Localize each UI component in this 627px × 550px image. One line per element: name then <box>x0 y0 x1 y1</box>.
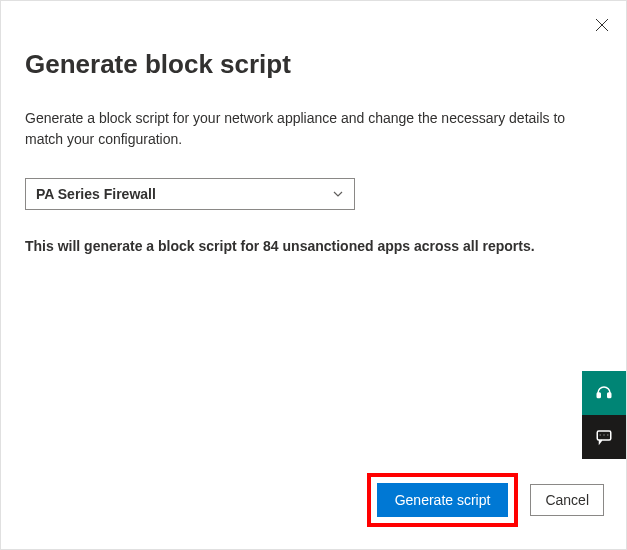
feedback-widget-button[interactable] <box>582 415 626 459</box>
appliance-dropdown[interactable]: PA Series Firewall <box>25 178 355 210</box>
svg-rect-4 <box>597 431 611 440</box>
cancel-button[interactable]: Cancel <box>530 484 604 516</box>
svg-rect-3 <box>608 393 611 398</box>
dropdown-selected-value: PA Series Firewall <box>36 186 156 202</box>
annotation-highlight: Generate script <box>367 473 519 527</box>
dialog-description: Generate a block script for your network… <box>25 108 602 150</box>
help-widget-button[interactable] <box>582 371 626 415</box>
dialog-title: Generate block script <box>25 49 602 80</box>
svg-rect-2 <box>597 393 600 398</box>
close-button[interactable] <box>592 15 612 35</box>
headset-icon <box>595 384 613 402</box>
generate-script-button[interactable]: Generate script <box>377 483 509 517</box>
chat-icon <box>595 428 613 446</box>
chevron-down-icon <box>332 188 344 200</box>
close-icon <box>595 18 609 32</box>
generation-summary-text: This will generate a block script for 84… <box>25 238 602 254</box>
